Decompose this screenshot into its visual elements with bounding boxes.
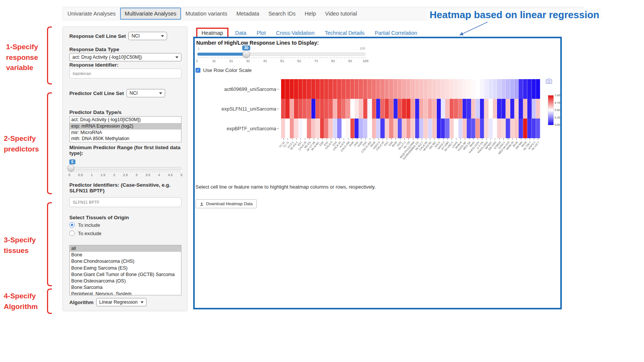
- heatmap-cell[interactable]: [463, 119, 467, 138]
- heatmap-cell[interactable]: [506, 99, 510, 119]
- heatmap-cell[interactable]: [502, 119, 506, 138]
- heatmap-cell[interactable]: [324, 119, 328, 138]
- heatmap-cell[interactable]: [514, 99, 519, 119]
- row-color-scale-checkbox[interactable]: [195, 68, 200, 73]
- heatmap-cell[interactable]: [346, 119, 350, 138]
- heatmap-cell[interactable]: [333, 119, 337, 138]
- heatmap-cell[interactable]: [489, 119, 493, 138]
- heatmap-cell[interactable]: [406, 119, 411, 138]
- heatmap-cell[interactable]: [346, 79, 350, 99]
- heatmap-cell[interactable]: [337, 79, 341, 99]
- heatmap-cell[interactable]: [294, 79, 298, 99]
- heatmap-cell[interactable]: [394, 79, 398, 99]
- heatmap-cell[interactable]: [484, 99, 488, 119]
- heatmap-cell[interactable]: [359, 119, 363, 138]
- heatmap-cell[interactable]: [307, 99, 311, 119]
- heatmap-cell[interactable]: [385, 79, 389, 99]
- heatmap-cell[interactable]: [376, 79, 380, 99]
- heatmap-cell[interactable]: [337, 119, 341, 138]
- heatmap-cell[interactable]: [299, 119, 303, 138]
- heatmap-cell[interactable]: [294, 99, 298, 119]
- heatmap-cell[interactable]: [428, 99, 432, 119]
- heatmap-cell[interactable]: [355, 79, 359, 99]
- nav-mutation-variants[interactable]: Mutation variants: [181, 8, 232, 20]
- heatmap-cell[interactable]: [471, 119, 475, 138]
- heatmap-cell[interactable]: [367, 119, 372, 138]
- heatmap-cell[interactable]: [380, 119, 385, 138]
- heatmap-cell[interactable]: [303, 119, 307, 138]
- heatmap-cell[interactable]: [489, 79, 493, 99]
- heatmap-cell[interactable]: [372, 99, 376, 119]
- heatmap-cell[interactable]: [324, 99, 328, 119]
- heatmap-cell[interactable]: [411, 79, 415, 99]
- heatmap-cell[interactable]: [519, 79, 523, 99]
- heatmap-cell[interactable]: [471, 99, 475, 119]
- heatmap-cell[interactable]: [450, 119, 454, 138]
- heatmap-cell[interactable]: [402, 79, 406, 99]
- heatmap-cell[interactable]: [458, 99, 463, 119]
- radio-to-include[interactable]: [69, 222, 75, 228]
- heatmap-cell[interactable]: [389, 119, 393, 138]
- heatmap-cell[interactable]: [432, 99, 436, 119]
- heatmap-cell[interactable]: [475, 79, 480, 99]
- heatmap-cell[interactable]: [367, 99, 372, 119]
- list-item[interactable]: Bone: [70, 252, 181, 258]
- heatmap-cell[interactable]: [324, 79, 328, 99]
- heatmap-cell[interactable]: [415, 79, 419, 99]
- list-item[interactable]: Bone:Sarcoma: [70, 284, 181, 291]
- heatmap-cell[interactable]: [532, 119, 536, 138]
- heatmap-cell[interactable]: [372, 79, 376, 99]
- heatmap-cell[interactable]: [281, 119, 285, 138]
- heatmap-cell[interactable]: [424, 99, 428, 119]
- heatmap-cell[interactable]: [437, 79, 441, 99]
- heatmap-grid[interactable]: [281, 79, 540, 138]
- min-predictor-range-slider[interactable]: [69, 167, 181, 170]
- lines-slider[interactable]: [197, 53, 366, 56]
- heatmap-cell[interactable]: [281, 79, 285, 99]
- heatmap-cell[interactable]: [523, 119, 527, 138]
- heatmap-cell[interactable]: [394, 119, 398, 138]
- heatmap-cell[interactable]: [411, 99, 415, 119]
- heatmap-row-label[interactable]: expBPTF_uniSarcoma: [196, 126, 279, 131]
- heatmap-cell[interactable]: [355, 119, 359, 138]
- nav-search-ids[interactable]: Search IDs: [264, 8, 300, 20]
- heatmap-cell[interactable]: [510, 119, 514, 138]
- heatmap-cell[interactable]: [372, 119, 376, 138]
- heatmap-cell[interactable]: [480, 99, 484, 119]
- heatmap-cell[interactable]: [489, 99, 493, 119]
- heatmap-cell[interactable]: [380, 99, 385, 119]
- nav-univariate-analyses[interactable]: Univariate Analyses: [63, 8, 120, 20]
- heatmap-cell[interactable]: [432, 79, 436, 99]
- heatmap-cell[interactable]: [299, 79, 303, 99]
- heatmap-cell[interactable]: [328, 79, 333, 99]
- nav-video-tutorial[interactable]: Video tutorial: [320, 8, 361, 20]
- heatmap-cell[interactable]: [419, 79, 424, 99]
- heatmap-cell[interactable]: [432, 119, 436, 138]
- tab-data[interactable]: Data: [235, 30, 247, 36]
- heatmap-cell[interactable]: [497, 119, 501, 138]
- heatmap-cell[interactable]: [333, 99, 337, 119]
- heatmap-cell[interactable]: [502, 79, 506, 99]
- heatmap-cell[interactable]: [320, 99, 324, 119]
- heatmap-row-label[interactable]: act609699_uniSarcoma: [196, 86, 279, 92]
- radio-to-exclude[interactable]: [69, 231, 75, 236]
- heatmap-cell[interactable]: [411, 119, 415, 138]
- heatmap-cell[interactable]: [437, 99, 441, 119]
- heatmap-cell[interactable]: [424, 119, 428, 138]
- nav-multivariate-analyses[interactable]: Multivariate Analyses: [120, 8, 181, 20]
- heatmap-cell[interactable]: [311, 99, 316, 119]
- heatmap-cell[interactable]: [467, 79, 471, 99]
- tab-cross-validation[interactable]: Cross-Validation: [276, 30, 315, 36]
- heatmap-cell[interactable]: [311, 119, 316, 138]
- heatmap-cell[interactable]: [307, 79, 311, 99]
- heatmap-cell[interactable]: [389, 79, 393, 99]
- heatmap-cell[interactable]: [415, 99, 419, 119]
- heatmap-cell[interactable]: [467, 99, 471, 119]
- heatmap-cell[interactable]: [484, 79, 488, 99]
- heatmap-cell[interactable]: [523, 99, 527, 119]
- tab-plot[interactable]: Plot: [256, 30, 266, 36]
- heatmap-cell[interactable]: [454, 79, 458, 99]
- heatmap-cell[interactable]: [380, 79, 385, 99]
- heatmap-cell[interactable]: [445, 79, 449, 99]
- heatmap-cell[interactable]: [376, 99, 380, 119]
